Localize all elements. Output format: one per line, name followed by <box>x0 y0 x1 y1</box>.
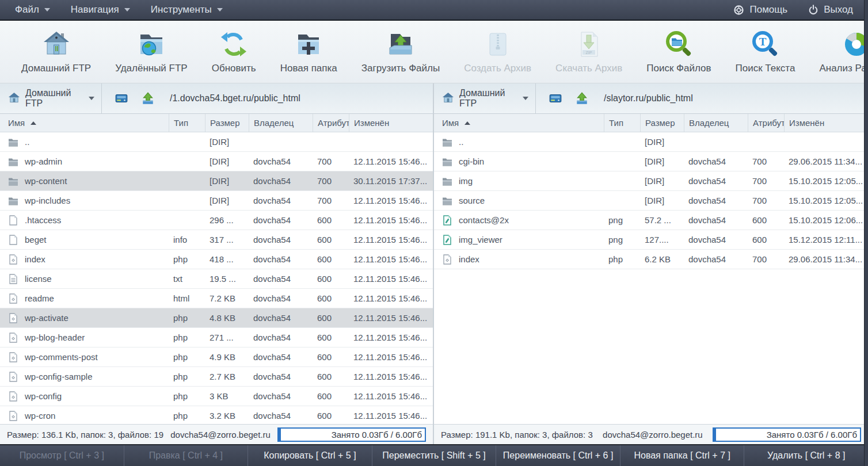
column-header-owner[interactable]: Владелец <box>684 114 748 132</box>
table-row[interactable]: indexphp418 ...dovcha5460012.11.2015 15:… <box>0 250 433 269</box>
file-name-cell: wp-cron <box>0 411 169 421</box>
column-name-label: Имя <box>8 118 25 128</box>
right-panel: Домашний FTP <box>434 83 868 444</box>
edit-button[interactable]: Правка [ Ctrl + 4 ] <box>124 445 248 466</box>
file-name: wp-cron <box>25 411 55 421</box>
menu-file[interactable]: Файл <box>5 0 60 20</box>
file-modified-cell: 30.11.2015 17:37... <box>349 176 433 186</box>
column-header-attrs[interactable]: Атрибуты <box>748 114 784 132</box>
table-row[interactable]: source[DIR]dovcha5470015.10.2015 12:05..… <box>434 191 868 211</box>
column-header-size[interactable]: Размер <box>640 114 684 132</box>
left-path[interactable]: /1.dovcha54.bget.ru/public_html <box>170 93 300 104</box>
table-row[interactable]: wp-config-samplephp2.7 KBdovcha5460012.1… <box>0 367 433 387</box>
delete-button[interactable]: Удалить [ Ctrl + 8 ] <box>744 445 868 466</box>
toolbar-remote-ftp-button[interactable]: Удалённый FTP <box>103 30 200 74</box>
file-modified-cell: 15.10.2015 12:05... <box>784 176 868 186</box>
logout-label: Выход <box>824 4 853 16</box>
right-source-select[interactable]: Домашний FTP <box>434 88 535 109</box>
toolbar-new-folder-button[interactable]: Новая папка <box>268 30 349 74</box>
column-header-modified[interactable]: Изменён <box>784 114 868 132</box>
file-name: img <box>459 176 473 186</box>
file-owner-cell: dovcha54 <box>249 293 313 303</box>
help-button[interactable]: Помощь <box>723 0 798 20</box>
remote-folder-globe-icon <box>137 30 166 59</box>
move-button[interactable]: Переместить [ Shift + 5 ] <box>372 445 496 466</box>
column-header-name[interactable]: Имя <box>0 114 169 132</box>
file-modified-cell: 12.11.2015 15:46... <box>349 156 433 166</box>
file-modified-cell: 12.11.2015 15:46... <box>349 293 433 303</box>
table-row[interactable]: .htaccess296 ...dovcha5460012.11.2015 15… <box>0 211 433 230</box>
view-button[interactable]: Просмотр [ Ctrl + 3 ] <box>0 445 124 466</box>
table-row[interactable]: cgi-bin[DIR]dovcha5470029.06.2015 11:34.… <box>434 152 868 171</box>
table-row[interactable]: img_viewerpng127....dovcha5460015.12.201… <box>434 230 868 250</box>
file-icon <box>8 391 18 402</box>
file-attrs-cell: 600 <box>313 215 349 225</box>
toolbar-home-ftp-label: Домашний FTP <box>21 63 91 74</box>
column-header-type[interactable]: Тип <box>169 114 205 132</box>
file-owner-cell: dovcha54 <box>249 196 313 205</box>
table-row[interactable]: ..[DIR] <box>0 132 433 152</box>
file-modified-cell: 12.11.2015 15:46... <box>349 196 433 205</box>
toolbar-home-ftp-button[interactable]: Домашний FTP <box>9 30 103 74</box>
file-name: cgi-bin <box>459 156 484 166</box>
table-row[interactable]: ..[DIR] <box>434 132 868 152</box>
file-modified-cell: 15.10.2015 12:06... <box>784 215 868 225</box>
table-row[interactable]: wp-admin[DIR]dovcha5470012.11.2015 15:46… <box>0 152 433 171</box>
table-row[interactable]: wp-content[DIR]dovcha5470030.11.2015 17:… <box>0 171 433 191</box>
file-size-cell: 7.2 KB <box>205 293 249 303</box>
home-icon <box>42 30 71 59</box>
file-name-cell: wp-config-sample <box>0 372 169 382</box>
table-row[interactable]: readmehtml7.2 KBdovcha5460012.11.2015 15… <box>0 289 433 308</box>
folder-icon <box>442 196 452 206</box>
right-path[interactable]: /slaytor.ru/public_html <box>604 93 693 104</box>
right-account: dovcha54@zorro.beget.ru <box>603 430 703 440</box>
column-header-attrs[interactable]: Атрибуты <box>313 114 349 132</box>
right-up-button[interactable] <box>575 91 589 105</box>
table-row[interactable]: wp-blog-headerphp271 ...dovcha5460012.11… <box>0 328 433 347</box>
file-owner-cell: dovcha54 <box>249 215 313 225</box>
toolbar-search-text-button[interactable]: T Поиск Текста <box>724 30 808 74</box>
copy-button[interactable]: Копировать [ Ctrl + 5 ] <box>248 445 372 466</box>
table-row[interactable]: img[DIR]dovcha5470015.10.2015 12:05... <box>434 171 868 191</box>
file-attrs-cell: 700 <box>748 196 784 205</box>
toolbar-search-text-label: Поиск Текста <box>736 63 795 74</box>
toolbar-search-files-button[interactable]: Поиск Файлов <box>634 30 723 74</box>
left-up-button[interactable] <box>141 91 155 105</box>
menu-navigation[interactable]: Навигация <box>60 0 140 20</box>
quota-fill <box>279 429 281 441</box>
file-name-cell: source <box>434 196 604 206</box>
toolbar-download-archive-button[interactable]: ZIP Скачать Архив <box>543 30 634 74</box>
right-root-button[interactable] <box>549 91 562 105</box>
scrollbar[interactable] <box>864 0 868 466</box>
rename-button[interactable]: Переименовать [ Ctrl + 6 ] <box>496 445 620 466</box>
left-source-select[interactable]: Домашний FTP <box>0 88 101 109</box>
table-row[interactable]: wp-cronphp3.2 KBdovcha5460012.11.2015 15… <box>0 406 433 424</box>
table-row[interactable]: indexphp6.2 KBdovcha5470029.06.2015 11:3… <box>434 250 868 269</box>
column-header-size[interactable]: Размер <box>205 114 249 132</box>
table-row[interactable]: licensetxt19.5 ...dovcha5460012.11.2015 … <box>0 269 433 289</box>
toolbar-upload-files-button[interactable]: Загрузить Файлы <box>349 30 452 74</box>
left-column-headers: Имя Тип Размер Владелец Атрибуты Изменён <box>0 114 433 132</box>
column-header-owner[interactable]: Владелец <box>249 114 313 132</box>
menu-tools[interactable]: Инструменты <box>140 0 233 20</box>
toolbar-refresh-button[interactable]: Обновить <box>200 30 268 74</box>
power-icon <box>808 5 818 15</box>
table-row[interactable]: wp-comments-postphp4.9 KBdovcha5460012.1… <box>0 347 433 367</box>
table-row[interactable]: wp-configphp3 KBdovcha5460012.11.2015 15… <box>0 387 433 406</box>
logout-button[interactable]: Выход <box>798 0 863 20</box>
table-row[interactable]: contacts@2xpng57.2 ...dovcha5460015.10.2… <box>434 211 868 230</box>
table-row[interactable]: begetinfo317 ...dovcha5460012.11.2015 15… <box>0 230 433 250</box>
toolbar-size-analysis-button[interactable]: Анализ Размера <box>807 30 868 74</box>
table-row[interactable]: wp-activatephp4.8 KBdovcha5460012.11.201… <box>0 308 433 328</box>
column-header-modified[interactable]: Изменён <box>349 114 433 132</box>
file-name-cell: .. <box>0 137 169 147</box>
file-name-cell: index <box>0 254 169 265</box>
left-root-button[interactable] <box>115 91 128 105</box>
new-folder-button[interactable]: Новая папка [ Ctrl + 7 ] <box>620 445 744 466</box>
column-header-type[interactable]: Тип <box>604 114 640 132</box>
file-attrs-cell: 600 <box>313 254 349 264</box>
table-row[interactable]: wp-includes[DIR]dovcha5470012.11.2015 15… <box>0 191 433 211</box>
column-header-name[interactable]: Имя <box>434 114 604 132</box>
file-size-cell: 19.5 ... <box>205 274 249 284</box>
toolbar-create-archive-button[interactable]: Создать Архив <box>452 30 543 74</box>
